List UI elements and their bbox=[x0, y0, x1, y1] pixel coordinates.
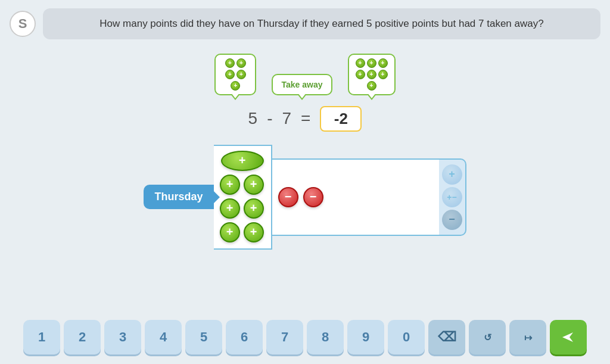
operator: - bbox=[267, 109, 272, 128]
take-away-label: Take away bbox=[281, 80, 322, 89]
key-9[interactable]: 9 bbox=[347, 320, 384, 354]
add-point-button[interactable]: + bbox=[220, 222, 240, 242]
main-grid-area: − − bbox=[272, 158, 439, 236]
add-point-button[interactable]: + bbox=[244, 175, 264, 195]
bubbles-row: + + + + + Take away + + + + + + + bbox=[214, 54, 395, 95]
right-number: 7 bbox=[282, 109, 291, 128]
add-point-button[interactable]: + bbox=[220, 198, 240, 219]
main-content: + + + + + Take away + + + + + + + bbox=[0, 54, 610, 250]
equals-sign: = bbox=[301, 109, 310, 128]
dot: + bbox=[367, 70, 376, 79]
question-text: How many points did they have on Thursda… bbox=[99, 18, 543, 29]
dot: + bbox=[367, 58, 376, 68]
tab-button[interactable]: ↦ bbox=[509, 320, 546, 354]
add-point-button[interactable]: + bbox=[221, 151, 264, 171]
take-away-bubble: Take away bbox=[272, 74, 332, 95]
submit-button[interactable] bbox=[550, 320, 587, 354]
key-0[interactable]: 0 bbox=[388, 320, 425, 354]
logo: S bbox=[10, 11, 36, 37]
keyboard-row: 1 2 3 4 5 6 7 8 9 0 ⌫ ↺ ↦ bbox=[23, 320, 587, 354]
left-number: 5 bbox=[248, 109, 258, 128]
dot: + bbox=[236, 70, 246, 79]
header: S How many points did they have on Thurs… bbox=[0, 0, 610, 48]
key-6[interactable]: 6 bbox=[226, 320, 263, 354]
dot: + bbox=[356, 70, 365, 79]
dot: + bbox=[378, 70, 388, 79]
add-point-button[interactable]: + bbox=[220, 175, 240, 195]
negative-token[interactable]: − bbox=[303, 187, 323, 207]
key-1[interactable]: 1 bbox=[23, 320, 60, 354]
dot: + bbox=[378, 58, 388, 68]
key-5[interactable]: 5 bbox=[185, 320, 222, 354]
remove-button[interactable]: − bbox=[442, 210, 462, 230]
negative-token[interactable]: − bbox=[278, 187, 298, 207]
left-bubble: + + + + + bbox=[214, 54, 256, 95]
dot: + bbox=[225, 70, 235, 79]
backspace-button[interactable]: ⌫ bbox=[428, 320, 465, 354]
key-4[interactable]: 4 bbox=[145, 320, 182, 354]
equation-row: 5 - 7 = -2 bbox=[248, 106, 362, 132]
result-value: -2 bbox=[334, 110, 348, 127]
thursday-section: Thursday + + + + + + + − − + +− − bbox=[144, 145, 466, 250]
dot: + bbox=[367, 81, 376, 91]
increase-button[interactable]: + bbox=[442, 164, 462, 185]
key-7[interactable]: 7 bbox=[266, 320, 303, 354]
decrease-button[interactable]: +− bbox=[442, 187, 462, 207]
key-8[interactable]: 8 bbox=[307, 320, 344, 354]
points-grid: + + + + + + + bbox=[214, 145, 272, 250]
result-box: -2 bbox=[320, 106, 362, 132]
question-box: How many points did they have on Thursda… bbox=[43, 8, 600, 39]
reset-button[interactable]: ↺ bbox=[469, 320, 506, 354]
dot: + bbox=[231, 81, 240, 91]
dot: + bbox=[236, 58, 246, 68]
add-point-button[interactable]: + bbox=[244, 198, 264, 219]
dot: + bbox=[356, 58, 365, 68]
key-2[interactable]: 2 bbox=[64, 320, 101, 354]
right-bubble: + + + + + + + bbox=[348, 54, 396, 95]
right-controls: + +− − bbox=[439, 158, 466, 236]
dot: + bbox=[225, 58, 235, 68]
key-3[interactable]: 3 bbox=[104, 320, 141, 354]
add-point-button[interactable]: + bbox=[244, 222, 264, 242]
thursday-label: Thursday bbox=[144, 185, 213, 209]
